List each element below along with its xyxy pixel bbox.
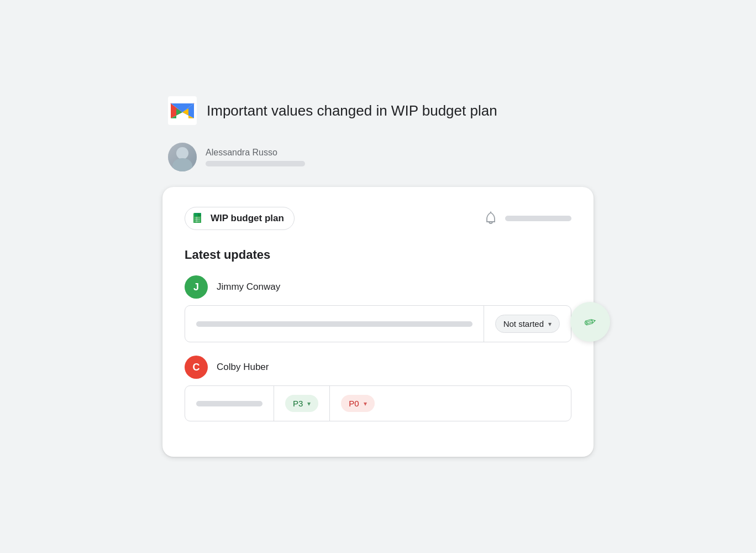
cell-bar-jimmy	[196, 321, 473, 327]
avatar-colby: C	[185, 356, 208, 379]
card: WIP budget plan Latest updates J Jimmy C…	[162, 187, 594, 457]
status-label-jimmy: Not started	[503, 319, 544, 328]
data-row-jimmy: Not started ▾	[185, 305, 571, 342]
doc-title-text: WIP budget plan	[211, 213, 284, 224]
user-name-colby: Colby Huber	[217, 362, 269, 373]
doc-title-badge[interactable]: WIP budget plan	[185, 207, 295, 230]
update-item-jimmy: J Jimmy Conway Not started ▾	[185, 275, 571, 342]
user-row-jimmy: J Jimmy Conway	[185, 275, 571, 299]
avatar-jimmy: J	[185, 275, 208, 299]
sender-row: Alessandra Russo	[162, 143, 594, 171]
chevron-p3-icon: ▾	[307, 400, 311, 408]
sender-avatar	[168, 143, 197, 171]
data-row-colby: P3 ▾ P0 ▾	[185, 385, 571, 421]
data-cell-colby-p3: P3 ▾	[274, 386, 330, 421]
edit-fab-button[interactable]: ✏	[570, 302, 610, 342]
update-item-colby: C Colby Huber P3 ▾ P0 ▾	[185, 356, 571, 421]
chevron-down-icon: ▾	[548, 320, 552, 328]
tag-dropdown-p0[interactable]: P0 ▾	[341, 395, 374, 412]
email-container: Important values changed in WIP budget p…	[151, 74, 605, 479]
email-header: Important values changed in WIP budget p…	[162, 96, 594, 125]
notification-bar	[505, 216, 571, 221]
data-cell-colby-text	[185, 386, 274, 421]
user-name-jimmy: Jimmy Conway	[217, 281, 280, 293]
status-dropdown-jimmy[interactable]: Not started ▾	[495, 315, 560, 333]
pencil-icon: ✏	[582, 312, 598, 332]
section-heading: Latest updates	[185, 248, 571, 262]
sender-bar	[206, 161, 305, 166]
bell-icon	[483, 211, 498, 226]
data-cell-jimmy-text	[185, 306, 484, 342]
email-subject: Important values changed in WIP budget p…	[207, 102, 497, 119]
tag-label-p0: P0	[349, 399, 359, 408]
tag-label-p3: P3	[293, 399, 303, 408]
data-cell-colby-p0: P0 ▾	[330, 386, 385, 421]
notification-area	[483, 211, 571, 226]
sheets-icon	[192, 212, 205, 225]
cell-bar-colby	[196, 401, 262, 406]
sender-name: Alessandra Russo	[206, 148, 305, 158]
sender-info: Alessandra Russo	[206, 148, 305, 166]
doc-title-row: WIP budget plan	[185, 207, 571, 230]
user-row-colby: C Colby Huber	[185, 356, 571, 379]
gmail-logo	[168, 96, 197, 125]
chevron-p0-icon: ▾	[364, 400, 367, 408]
tag-dropdown-p3[interactable]: P3 ▾	[285, 395, 318, 412]
data-cell-jimmy-status: Not started ▾	[484, 306, 571, 342]
